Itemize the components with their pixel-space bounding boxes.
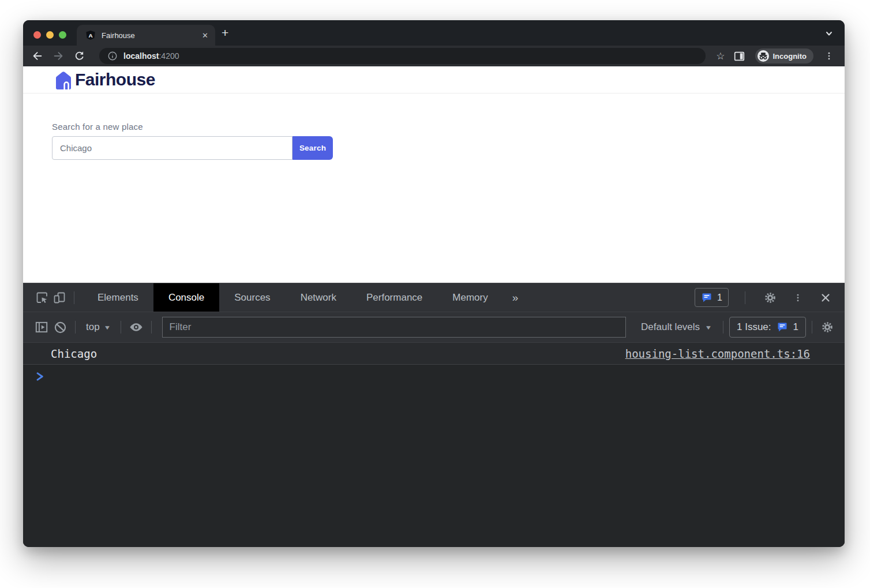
context-label: top [86, 321, 100, 333]
tab-strip: A Fairhouse ✕ + [23, 20, 845, 46]
browser-tab-fairhouse[interactable]: A Fairhouse ✕ [77, 25, 215, 46]
divider [121, 321, 121, 334]
close-window-button[interactable] [33, 31, 41, 39]
chat-bubble-icon [777, 321, 788, 333]
inspect-element-icon[interactable] [33, 291, 51, 305]
incognito-icon [757, 50, 769, 62]
page-content: Fairhouse Search for a new place Search [23, 66, 845, 283]
brand-name: Fairhouse [75, 70, 155, 89]
chat-bubble-icon [701, 292, 712, 304]
minimize-window-button[interactable] [46, 31, 54, 39]
console-filter-input[interactable] [162, 317, 626, 338]
tab-close-icon[interactable]: ✕ [202, 31, 208, 40]
devtools-menu-kebab-icon[interactable] [789, 293, 807, 303]
site-info-icon[interactable] [107, 51, 118, 61]
browser-window: A Fairhouse ✕ + [23, 20, 845, 547]
side-panel-icon[interactable] [732, 48, 747, 63]
tab-title: Fairhouse [102, 31, 196, 40]
browser-menu-kebab-icon[interactable] [822, 48, 837, 63]
divider [75, 321, 76, 334]
log-levels-dropdown[interactable]: Default levels ▼ [635, 321, 717, 333]
incognito-badge: Incognito [755, 48, 814, 63]
prompt-chevron-icon [36, 372, 44, 381]
tab-memory[interactable]: Memory [437, 283, 502, 312]
more-tabs-icon[interactable]: » [503, 291, 528, 304]
chevron-down-icon: ▼ [705, 324, 712, 331]
house-icon [52, 68, 75, 91]
forward-icon[interactable] [51, 48, 66, 63]
devtools-tabbar: Elements Console Sources Network Perform… [23, 283, 845, 312]
clear-console-icon[interactable] [51, 320, 69, 335]
issues-label: 1 Issue: [737, 321, 771, 333]
divider [723, 321, 723, 334]
divider [745, 291, 745, 304]
search-button[interactable]: Search [292, 136, 333, 160]
tab-search-chevron-icon[interactable] [825, 29, 833, 38]
console-log-message: Chicago [51, 347, 97, 360]
devtools-tabs: Elements Console Sources Network Perform… [82, 283, 503, 312]
console-log-row: Chicago housing-list.component.ts:16 [23, 343, 845, 365]
console-toolbar: top ▼ Default levels ▼ 1 Issue: [23, 312, 845, 343]
search-section: Search for a new place Search [23, 93, 845, 160]
tab-network[interactable]: Network [286, 283, 351, 312]
divider [812, 321, 812, 334]
angular-favicon-icon: A [85, 30, 96, 40]
brand-logo: Fairhouse [52, 68, 155, 91]
close-devtools-icon[interactable] [817, 293, 834, 303]
divider [151, 321, 152, 334]
issues-count: 1 [793, 321, 798, 333]
console-sidebar-icon[interactable] [32, 320, 51, 335]
issues-counter-count: 1 [717, 293, 722, 303]
settings-gear-icon[interactable] [762, 291, 779, 305]
svg-text:A: A [88, 32, 92, 39]
chevron-down-icon: ▼ [103, 324, 111, 331]
console-settings-gear-icon[interactable] [818, 320, 837, 334]
console-prompt[interactable] [23, 365, 845, 388]
back-icon[interactable] [30, 48, 45, 63]
url-text: localhost:4200 [123, 51, 179, 61]
tab-sources[interactable]: Sources [219, 283, 285, 312]
maximize-window-button[interactable] [59, 31, 66, 39]
search-label: Search for a new place [52, 122, 845, 132]
device-toolbar-icon[interactable] [51, 291, 68, 305]
incognito-label: Incognito [773, 52, 807, 61]
console-source-link[interactable]: housing-list.component.ts:16 [625, 347, 810, 360]
devtools-panel: Elements Console Sources Network Perform… [23, 283, 845, 547]
app-header: Fairhouse [23, 66, 845, 93]
live-expression-eye-icon[interactable] [127, 320, 145, 335]
url-port: :4200 [159, 51, 179, 61]
reload-icon[interactable] [72, 48, 87, 63]
tab-performance[interactable]: Performance [351, 283, 437, 312]
search-input[interactable] [52, 136, 292, 160]
issues-counter-button[interactable]: 1 [695, 288, 729, 307]
url-host: localhost [123, 51, 159, 61]
javascript-context-dropdown[interactable]: top ▼ [81, 321, 115, 333]
tab-console[interactable]: Console [153, 283, 219, 312]
tab-elements[interactable]: Elements [82, 283, 153, 312]
address-bar[interactable]: localhost:4200 [99, 48, 706, 64]
divider [74, 291, 74, 304]
levels-label: Default levels [641, 321, 700, 333]
bookmark-star-icon[interactable]: ☆ [716, 50, 725, 62]
browser-toolbar: localhost:4200 ☆ Incognito [23, 46, 845, 66]
traffic-lights [33, 31, 66, 39]
issues-button[interactable]: 1 Issue: 1 [729, 317, 806, 338]
new-tab-button[interactable]: + [222, 27, 228, 39]
console-empty-area[interactable] [23, 388, 845, 547]
